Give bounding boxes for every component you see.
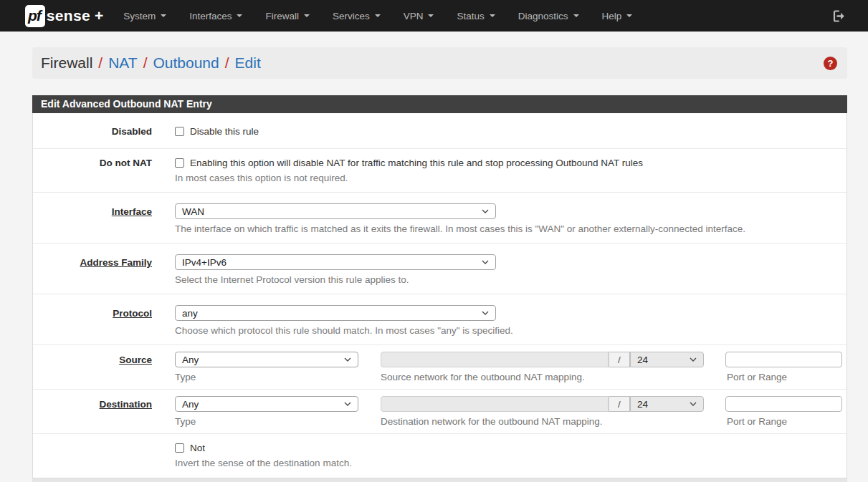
pfsense-logo-text: sense — [47, 7, 90, 24]
chevron-down-icon — [482, 260, 489, 264]
caret-down-icon — [626, 14, 632, 20]
caret-down-icon — [375, 14, 381, 20]
chevron-down-icon — [344, 402, 351, 406]
menu-firewall-label: Firewall — [265, 11, 299, 21]
chevron-down-icon — [482, 209, 489, 213]
pfsense-logo[interactable]: pf sense + — [25, 5, 103, 27]
row-protocol: Protocol any Choose which protocol this … — [33, 294, 846, 345]
address-family-select[interactable]: IPv4+IPv6 — [175, 254, 496, 270]
address-family-label: Address Family — [33, 257, 163, 285]
caret-down-icon — [428, 14, 434, 20]
next-section-edge — [32, 478, 847, 482]
breadcrumb-outbound-link[interactable]: Outbound — [153, 54, 219, 72]
breadcrumb-edit-link[interactable]: Edit — [235, 54, 261, 72]
not-checkbox-label: Not — [190, 443, 205, 453]
destination-type-caption: Type — [175, 417, 381, 427]
protocol-help: Choose which protocol this rule should m… — [175, 326, 838, 336]
destination-type-select[interactable]: Any — [175, 396, 358, 412]
source-cidr-separator: / — [609, 352, 630, 367]
destination-type-select-value: Any — [182, 399, 199, 410]
row-destination: Destination Any / 24 — [33, 390, 846, 434]
chevron-down-icon — [690, 402, 697, 406]
interface-label: Interface — [33, 206, 163, 234]
row-not: Not Invert the sense of the destination … — [33, 434, 846, 478]
page-content: Firewall / NAT / Outbound / Edit ? Edit … — [32, 47, 847, 482]
menu-diagnostics[interactable]: Diagnostics — [507, 0, 591, 32]
caret-down-icon — [237, 14, 242, 20]
panel-title: Edit Advanced Outbound NAT Entry — [32, 95, 847, 113]
interface-select[interactable]: WAN — [175, 203, 496, 219]
caret-down-icon — [490, 14, 495, 20]
sign-out-icon — [831, 9, 846, 24]
source-type-select-value: Any — [182, 355, 199, 365]
menu-interfaces[interactable]: Interfaces — [178, 0, 254, 32]
address-family-help: Select the Internet Protocol version thi… — [175, 275, 838, 285]
do-not-nat-checkbox[interactable] — [175, 158, 184, 168]
main-menu: System Interfaces Firewall Services VPN … — [112, 0, 644, 32]
page-help-icon[interactable]: ? — [824, 57, 837, 70]
breadcrumb-firewall: Firewall — [41, 54, 92, 72]
not-checkbox[interactable] — [175, 443, 184, 453]
address-family-select-value: IPv4+IPv6 — [182, 257, 226, 268]
interface-select-value: WAN — [182, 206, 204, 217]
menu-status-label: Status — [457, 11, 484, 21]
row-address-family: Address Family IPv4+IPv6 Select the Inte… — [33, 244, 846, 294]
pfsense-logo-tile: pf — [25, 5, 45, 27]
destination-port-input[interactable] — [725, 396, 842, 412]
menu-services[interactable]: Services — [321, 0, 392, 32]
row-do-not-nat: Do not NAT Enabling this option will dis… — [33, 149, 846, 193]
do-not-nat-help: In most cases this option is not require… — [175, 173, 838, 183]
menu-diagnostics-label: Diagnostics — [518, 11, 568, 21]
pfsense-plus-sign: + — [95, 7, 103, 24]
source-label: Source — [33, 355, 163, 382]
disable-rule-checkbox[interactable] — [175, 127, 184, 136]
menu-help-label: Help — [602, 11, 622, 21]
destination-cidr-select-value: 24 — [637, 399, 648, 410]
source-port-caption: Port or Range — [727, 372, 787, 382]
source-type-select[interactable]: Any — [175, 352, 358, 367]
not-row-empty-label — [33, 443, 163, 468]
breadcrumb-separator: / — [219, 54, 235, 72]
source-network-caption: Source network for the outbound NAT mapp… — [381, 372, 705, 382]
source-cidr-select: 24 — [630, 352, 704, 367]
caret-down-icon — [573, 14, 579, 20]
destination-port-caption: Port or Range — [727, 417, 787, 427]
destination-cidr-separator: / — [609, 396, 630, 412]
menu-interfaces-label: Interfaces — [189, 11, 232, 21]
row-source: Source Any / 24 — [33, 345, 846, 390]
row-interface: Interface WAN The interface on which tra… — [33, 193, 846, 244]
destination-network-caption: Destination network for the outbound NAT… — [381, 417, 705, 427]
menu-firewall[interactable]: Firewall — [254, 0, 321, 32]
interface-help: The interface on which traffic is matche… — [175, 224, 838, 234]
top-navbar: pf sense + System Interfaces Firewall Se… — [0, 0, 868, 32]
destination-network-input — [381, 396, 609, 412]
menu-vpn-label: VPN — [404, 11, 424, 21]
do-not-nat-label: Do not NAT — [33, 158, 163, 183]
menu-status[interactable]: Status — [445, 0, 506, 32]
edit-nat-entry-panel: Edit Advanced Outbound NAT Entry Disable… — [32, 95, 847, 478]
chevron-down-icon — [690, 357, 697, 362]
destination-cidr-select: 24 — [630, 396, 704, 412]
source-port-input[interactable] — [725, 352, 842, 367]
breadcrumb-nat-link[interactable]: NAT — [108, 54, 137, 72]
row-disabled: Disabled Disable this rule — [33, 113, 846, 149]
protocol-select-value: any — [182, 308, 198, 319]
disabled-label: Disabled — [33, 126, 163, 137]
protocol-select[interactable]: any — [175, 305, 496, 321]
menu-vpn[interactable]: VPN — [392, 0, 446, 32]
destination-label: Destination — [33, 399, 163, 427]
protocol-label: Protocol — [33, 308, 163, 336]
chevron-down-icon — [344, 357, 351, 362]
chevron-down-icon — [482, 311, 489, 315]
menu-services-label: Services — [333, 11, 370, 21]
menu-help[interactable]: Help — [591, 0, 644, 32]
menu-system-label: System — [123, 11, 156, 21]
logout-button[interactable] — [831, 9, 846, 24]
menu-system[interactable]: System — [112, 0, 178, 32]
disable-rule-checkbox-label: Disable this rule — [190, 126, 259, 137]
caret-down-icon — [161, 14, 166, 20]
not-help: Invert the sense of the destination matc… — [175, 458, 838, 468]
breadcrumb: Firewall / NAT / Outbound / Edit ? — [32, 47, 847, 79]
caret-down-icon — [304, 14, 310, 20]
do-not-nat-checkbox-label: Enabling this option will disable NAT fo… — [190, 158, 643, 168]
